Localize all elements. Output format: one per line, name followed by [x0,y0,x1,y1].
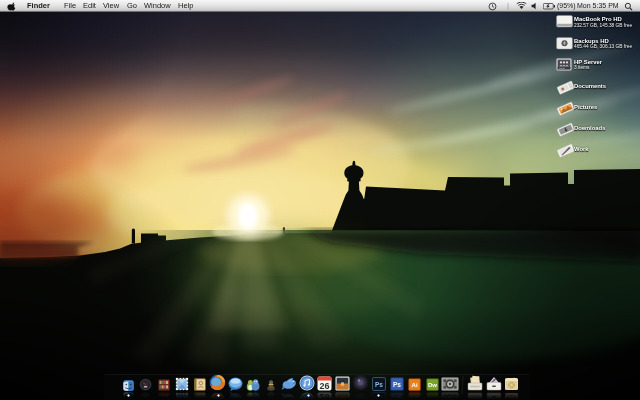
svg-text:Ps: Ps [393,381,401,388]
svg-text:Dw: Dw [428,381,437,388]
svg-text:Ai: Ai [411,381,417,388]
svg-text:26: 26 [320,381,330,391]
svg-text:Ps: Ps [375,381,383,388]
